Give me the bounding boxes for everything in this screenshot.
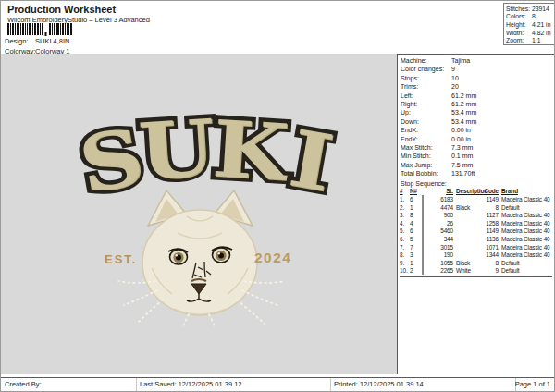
col-num: # [400,188,410,196]
cell-thread: 2265 [431,267,453,276]
info-label: Stops: [401,74,451,82]
cell-num: 9. [400,260,410,268]
cell-description [453,244,482,252]
info-label: EndY: [401,135,451,143]
machine-info-row: Stops: 10 [401,74,553,82]
stat-value: 23914 [532,6,554,14]
cell-num: 8. [400,251,410,260]
cell-code: 8 [482,260,499,268]
stat-value: 4.82 in [532,30,554,38]
cell-brand: Default [499,204,552,213]
info-label: Min Stitch: [401,152,451,160]
thread-color-swatch [422,251,424,259]
stats-row: Zoom: 1:1 [506,37,554,45]
stat-label: Width: [506,30,532,38]
thread-color-swatch [422,195,424,203]
col-code: Code [482,188,499,196]
design-value: SUKI 4,8IN [35,37,70,45]
cell-needle: 2 [410,267,422,276]
thread-color-swatch [422,211,424,219]
info-value: Tajima [451,56,553,65]
machine-info-list: Machine: Tajima Color changes: 9 Stops: … [401,56,553,178]
machine-info-panel: Machine: Tajima Color changes: 9 Stops: … [397,54,554,374]
cell-description [453,236,482,244]
info-value: 0.1 mm [451,152,553,160]
machine-info-row: Machine: Tajima [401,56,553,65]
stat-value: 8 [532,13,554,21]
cell-num: 10. [400,267,410,276]
info-label: Right: [401,100,451,108]
col-stitch: St. [431,188,453,196]
stat-value: 4.21 in [532,21,554,30]
page-title: Production Worksheet [7,4,116,15]
stop-sequence-table: 1. 6 6183 1149 Madeira Classic 40 2. 1 4… [400,196,552,277]
stat-label: Stitches: [506,6,532,14]
cell-needle: 6 [410,196,422,204]
cell-needle: 6 [410,227,422,236]
cell-brand: Madeira Classic 40 [499,212,552,220]
machine-info-row: Total Bobbin: 131.70ft [401,169,553,178]
machine-info-row: Down: 53.4 mm [401,117,553,126]
cell-code: 1149 [482,227,499,236]
cell-code: 9 [482,267,499,276]
cell-num: 5. [400,227,410,236]
machine-info-row: EndX: 0.00 in [401,126,553,134]
cell-description [453,227,482,236]
cell-thread: 190 [431,251,453,260]
machine-info-row: Up: 53.4 mm [401,108,553,116]
footer-divider [330,378,331,391]
col-description: Description [453,188,482,196]
stats-row: Colors: 8 [506,13,554,21]
info-value: 9 [451,65,553,73]
cell-num: 4. [400,220,410,228]
machine-info-row: Max Jump: 7.5 mm [401,161,553,169]
cell-num: 6. [400,236,410,244]
info-label: Down: [401,117,451,126]
est-text: EST. [105,252,137,266]
design-name-row: Design: SUKI 4,8IN [5,37,70,45]
cell-thread: 3015 [431,244,453,252]
stat-value: 1:1 [532,37,554,45]
cell-thread: 344 [431,236,453,244]
cell-code: 1071 [482,244,499,252]
footer-printed: Printed: 12/12/2025 01.39.14 [334,378,424,390]
cell-description [453,196,482,204]
cell-thread: 6183 [431,196,453,204]
info-label: Color changes: [401,65,451,73]
info-value: 10 [451,74,553,82]
design-label: Design: [5,37,35,45]
cell-description [453,251,482,260]
machine-info-row: Left: 61.2 mm [401,92,553,100]
info-value: 0.00 in [451,135,553,143]
cell-description [453,220,482,228]
footer: Created By: Last Saved: 12/12/2025 01.39… [1,377,554,392]
col-needle: N# [410,188,422,196]
info-label: Max Jump: [401,161,451,169]
thread-color-swatch [422,266,424,275]
cell-num: 7. [400,244,410,252]
thread-color-swatch [422,235,424,243]
cell-brand: Madeira Classic 40 [499,220,552,228]
cell-needle: 8 [410,212,422,220]
stats-row: Width: 4.82 in [506,30,554,38]
cell-thread: 4474 [431,204,453,213]
cell-thread: 26 [431,220,453,228]
cell-num: 1. [400,196,410,204]
cell-code: 1136 [482,236,499,244]
cell-brand: Madeira Classic 40 [499,236,552,244]
stat-label: Zoom: [506,37,532,45]
cell-needle: 1 [410,260,422,268]
machine-info-row: Trims: 20 [401,82,553,91]
footer-created-by: Created By: [5,378,42,390]
production-worksheet-page: Production Worksheet Wilcom EmbroiderySt… [0,0,555,392]
stat-label: Height: [506,21,532,30]
stat-label: Colors: [506,13,532,21]
cell-needle: 4 [410,220,422,228]
info-value: 7.5 mm [451,161,553,169]
year-text: 2024 [254,250,291,266]
info-label: Up: [401,108,451,116]
info-label: Left: [401,92,451,100]
cell-brand: Default [499,267,552,276]
cell-brand: Madeira Classic 40 [499,227,552,236]
barcode [7,23,74,36]
